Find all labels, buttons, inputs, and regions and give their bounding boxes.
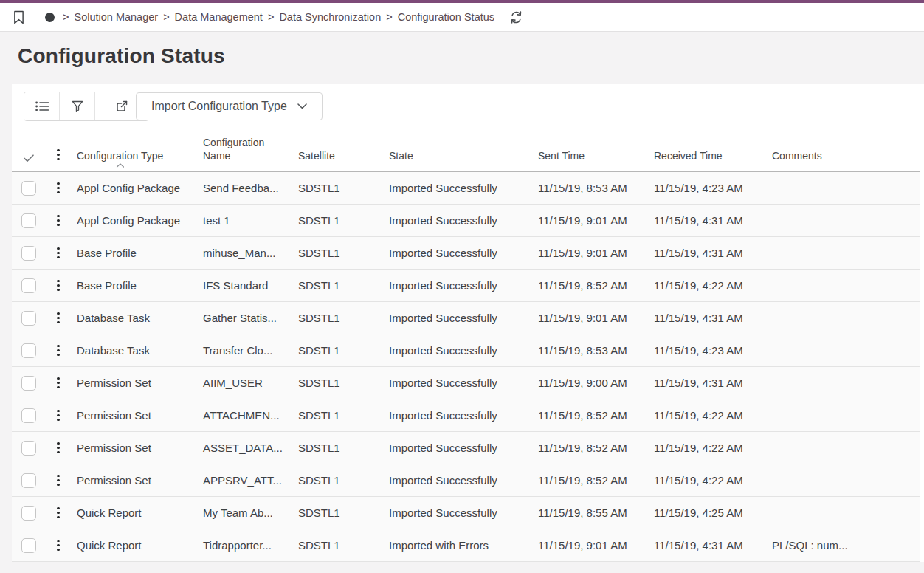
select-all-header[interactable] xyxy=(12,151,46,171)
configuration-status-table: Configuration Type Configuration Name Sa… xyxy=(12,131,920,562)
row-checkbox[interactable] xyxy=(21,408,36,423)
table-row[interactable]: Permission Set ATTACHMEN... SDSTL1 Impor… xyxy=(12,399,920,432)
row-checkbox[interactable] xyxy=(21,181,36,196)
row-checkbox[interactable] xyxy=(21,473,36,488)
cell-configuration-type: Database Task xyxy=(71,312,197,324)
row-checkbox[interactable] xyxy=(21,278,36,293)
refresh-icon xyxy=(509,10,523,24)
row-checkbox[interactable] xyxy=(21,506,36,521)
cell-satellite: SDSTL1 xyxy=(292,442,383,454)
cell-state: Imported Successfully xyxy=(383,182,532,194)
cell-configuration-type: Permission Set xyxy=(71,377,197,389)
table-row[interactable]: Quick Report Tidrapporter... SDSTL1 Impo… xyxy=(12,529,920,562)
cell-configuration-type: Permission Set xyxy=(71,409,197,422)
breadcrumb-item-data-synchronization[interactable]: Data Synchronization xyxy=(279,11,381,23)
cell-satellite: SDSTL1 xyxy=(292,507,383,519)
breadcrumb-separator: > xyxy=(268,11,274,23)
kebab-icon[interactable] xyxy=(52,408,64,424)
kebab-icon[interactable] xyxy=(52,538,64,554)
column-header-configuration-type[interactable]: Configuration Type xyxy=(71,146,197,171)
kebab-icon[interactable] xyxy=(52,505,64,521)
export-icon xyxy=(115,100,128,113)
table-row[interactable]: Base Profile mihuse_Man... SDSTL1 Import… xyxy=(12,237,920,270)
column-header-satellite[interactable]: Satellite xyxy=(292,146,383,171)
table-row[interactable]: Permission Set ASSET_DATA... SDSTL1 Impo… xyxy=(12,432,920,464)
kebab-icon[interactable] xyxy=(52,278,64,294)
column-header-received-time[interactable]: Received Time xyxy=(648,146,766,171)
row-select-cell xyxy=(12,506,46,521)
row-select-cell xyxy=(12,181,46,196)
table-row[interactable]: Quick Report My Team Ab... SDSTL1 Import… xyxy=(12,497,920,529)
cell-received-time: 11/15/19, 4:31 AM xyxy=(648,312,766,324)
column-header-state[interactable]: State xyxy=(383,146,532,171)
kebab-icon[interactable] xyxy=(52,473,64,489)
cell-received-time: 11/15/19, 4:31 AM xyxy=(648,214,766,227)
cell-sent-time: 11/15/19, 8:52 AM xyxy=(532,409,648,422)
row-menu-cell xyxy=(46,213,71,229)
cell-configuration-type: Permission Set xyxy=(71,474,197,487)
cell-received-time: 11/15/19, 4:25 AM xyxy=(648,507,766,519)
kebab-icon[interactable] xyxy=(52,440,64,456)
column-header-sent-time[interactable]: Sent Time xyxy=(532,146,648,171)
sort-ascending-icon xyxy=(116,163,124,168)
kebab-icon[interactable] xyxy=(52,310,64,326)
table-row[interactable]: Database Task Transfer Clo... SDSTL1 Imp… xyxy=(12,334,920,367)
column-header-label: Configuration Type xyxy=(77,150,163,162)
cell-configuration-type: Quick Report xyxy=(71,539,197,552)
table-row[interactable]: Permission Set AIIM_USER SDSTL1 Imported… xyxy=(12,367,920,399)
filter-button[interactable] xyxy=(60,92,95,120)
kebab-icon[interactable] xyxy=(52,343,64,359)
list-view-button[interactable] xyxy=(24,92,60,120)
cell-received-time: 11/15/19, 4:31 AM xyxy=(648,539,766,552)
bookmark-button[interactable] xyxy=(10,7,27,27)
logo-dot-icon[interactable] xyxy=(45,13,55,22)
cell-comments: PL/SQL: num... xyxy=(766,539,920,552)
table-row[interactable]: Base Profile IFS Standard SDSTL1 Importe… xyxy=(12,270,920,302)
breadcrumb-item-configuration-status[interactable]: Configuration Status xyxy=(398,11,494,23)
kebab-icon[interactable] xyxy=(52,213,64,229)
import-configuration-type-button[interactable]: Import Configuration Type xyxy=(136,92,323,120)
row-menu-cell xyxy=(46,245,71,261)
cell-received-time: 11/15/19, 4:23 AM xyxy=(648,182,766,194)
cell-sent-time: 11/15/19, 9:01 AM xyxy=(532,539,648,552)
column-header-configuration-name[interactable]: Configuration Name xyxy=(197,133,292,171)
table-row[interactable]: Appl Config Package test 1 SDSTL1 Import… xyxy=(12,205,920,237)
kebab-icon[interactable] xyxy=(52,375,64,391)
table-row[interactable]: Permission Set APPSRV_ATT... SDSTL1 Impo… xyxy=(12,464,920,497)
cell-satellite: SDSTL1 xyxy=(292,344,383,357)
table-row[interactable]: Database Task Gather Statis... SDSTL1 Im… xyxy=(12,302,920,334)
row-checkbox[interactable] xyxy=(21,311,36,326)
cell-satellite: SDSTL1 xyxy=(292,474,383,487)
row-checkbox[interactable] xyxy=(21,376,36,391)
breadcrumb-item-solution-manager[interactable]: Solution Manager xyxy=(74,11,158,23)
refresh-button[interactable] xyxy=(506,7,526,27)
list-icon xyxy=(35,100,49,113)
kebab-icon[interactable] xyxy=(52,180,64,196)
table-row[interactable]: Appl Config Package Send Feedba... SDSTL… xyxy=(12,172,920,205)
column-header-comments[interactable]: Comments xyxy=(766,146,920,171)
row-select-cell xyxy=(12,376,46,391)
row-select-cell xyxy=(12,246,46,261)
cell-configuration-name: mihuse_Man... xyxy=(197,247,292,259)
cell-configuration-name: Transfer Clo... xyxy=(197,344,292,357)
cell-satellite: SDSTL1 xyxy=(292,247,383,259)
chevron-down-icon xyxy=(297,103,307,109)
row-checkbox[interactable] xyxy=(21,343,36,358)
cell-sent-time: 11/15/19, 8:52 AM xyxy=(532,279,648,292)
toolbar: Import Configuration Type xyxy=(12,84,924,121)
row-checkbox[interactable] xyxy=(21,213,36,228)
row-checkbox[interactable] xyxy=(21,538,36,553)
kebab-icon[interactable] xyxy=(52,245,64,261)
row-checkbox[interactable] xyxy=(21,441,36,456)
check-icon xyxy=(24,154,34,162)
cell-satellite: SDSTL1 xyxy=(292,182,383,194)
cell-received-time: 11/15/19, 4:22 AM xyxy=(648,409,766,422)
cell-state: Imported Successfully xyxy=(383,442,532,454)
row-menu-cell xyxy=(46,408,71,424)
row-checkbox[interactable] xyxy=(21,246,36,261)
row-menu-header[interactable] xyxy=(46,144,71,172)
cell-sent-time: 11/15/19, 8:52 AM xyxy=(532,442,648,454)
breadcrumb-item-data-management[interactable]: Data Management xyxy=(175,11,263,23)
row-select-cell xyxy=(12,311,46,326)
row-menu-cell xyxy=(46,343,71,359)
